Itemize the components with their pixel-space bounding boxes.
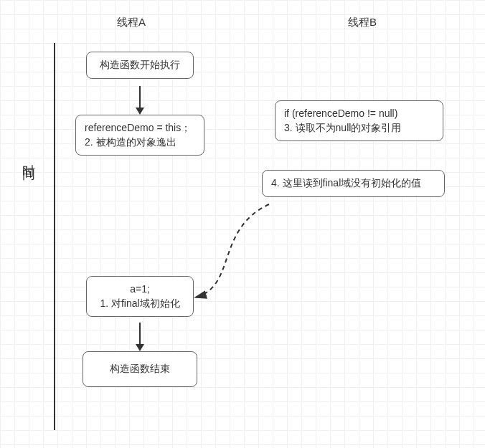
box-escape-line1: referenceDemo = this； bbox=[85, 121, 195, 135]
box-ctor-start-text: 构造函数开始执行 bbox=[100, 59, 180, 70]
box-ctor-end: 构造函数结束 bbox=[83, 351, 197, 387]
dashed-arrow bbox=[0, 0, 485, 448]
box-final-init-line1: a=1; bbox=[95, 282, 184, 297]
box-escape: referenceDemo = this； 2. 被构造的对象逸出 bbox=[75, 115, 204, 156]
thread-b-label: 线程B bbox=[348, 16, 377, 29]
box-threadb-final-uninit-text: 4. 这里读到final域没有初始化的值 bbox=[271, 177, 421, 189]
arrow-1-line bbox=[139, 86, 141, 109]
box-final-init: a=1; 1. 对final域初始化 bbox=[86, 276, 194, 317]
timeline-label: 时间 bbox=[20, 154, 37, 160]
box-final-init-line2: 1. 对final域初始化 bbox=[95, 297, 184, 311]
box-threadb-read: if (referenceDemo != null) 3. 读取不为null的对… bbox=[275, 100, 443, 141]
thread-a-label: 线程A bbox=[117, 16, 146, 29]
box-threadb-final-uninit: 4. 这里读到final域没有初始化的值 bbox=[262, 170, 445, 197]
arrow-2-head bbox=[136, 344, 144, 351]
arrow-2-line bbox=[139, 323, 141, 345]
box-escape-line2: 2. 被构造的对象逸出 bbox=[85, 135, 195, 150]
arrow-1-head bbox=[136, 108, 144, 115]
box-ctor-start: 构造函数开始执行 bbox=[86, 52, 194, 79]
box-threadb-read-line2: 3. 读取不为null的对象引用 bbox=[284, 121, 434, 135]
box-threadb-read-line1: if (referenceDemo != null) bbox=[284, 107, 434, 121]
timeline-axis bbox=[54, 43, 55, 430]
box-ctor-end-text: 构造函数结束 bbox=[110, 363, 170, 374]
